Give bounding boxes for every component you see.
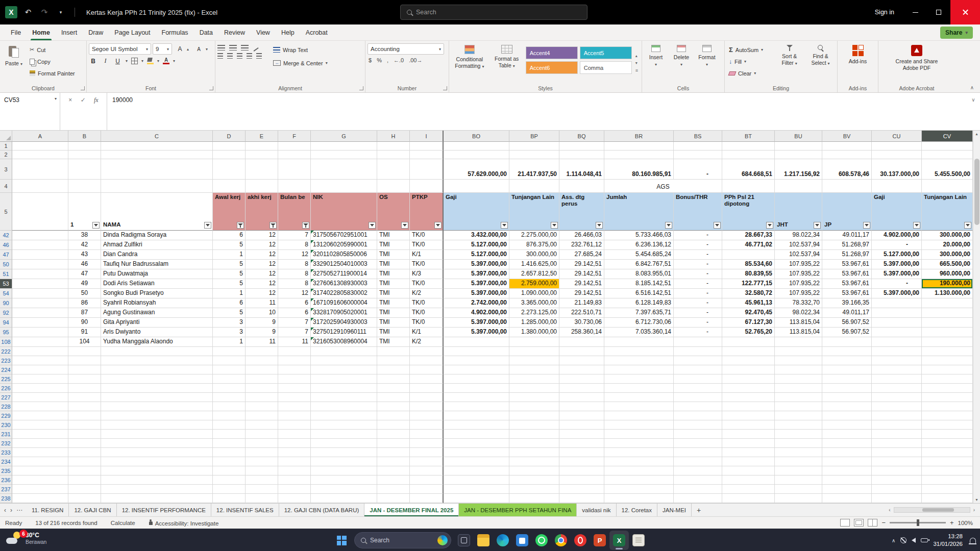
cell-B223[interactable] [68,356,101,365]
cell-BQ4[interactable] [559,180,604,193]
cell-I2[interactable] [410,151,444,159]
cell-BR232[interactable] [604,439,674,448]
bold-button[interactable]: B [89,58,97,65]
cell-B229[interactable] [68,411,101,420]
cell-CV231[interactable] [922,430,973,439]
cell-D222[interactable] [213,347,246,356]
cell-BS90[interactable]: - [674,298,722,308]
cell-E229[interactable] [246,411,278,420]
row-header-222[interactable]: 222 [0,347,12,356]
select-all-corner[interactable] [0,131,12,142]
cell-BU234[interactable] [775,457,822,466]
cell-F234[interactable] [278,457,311,466]
cell-G225[interactable] [311,374,377,384]
cell-BQ230[interactable] [559,420,604,430]
cell-BS95[interactable]: - [674,328,722,337]
app-icon-excel[interactable] [609,531,629,550]
col-header-CV[interactable]: CV [922,131,973,142]
app-icon-taskview[interactable] [454,531,474,550]
scroll-up-arrow[interactable]: ▲ [975,131,978,137]
cell-BQ46[interactable]: 232.761,12 [559,240,604,250]
delete-cells-button[interactable]: Delete▾ [670,43,693,83]
cell-G50[interactable]: 3329012504010003 [311,260,377,269]
filter-button-BP[interactable] [551,222,558,229]
cell-F222[interactable] [278,347,311,356]
cell-C229[interactable] [101,411,213,420]
cell-CU42[interactable]: 4.902.000,00 [872,231,922,240]
cell-BP46[interactable]: 876.375,00 [509,240,559,250]
row-header-223[interactable]: 223 [0,356,12,365]
cell-C225[interactable] [101,374,213,384]
cell-I236[interactable] [410,475,444,485]
cell-A42[interactable] [12,231,68,240]
cell-BQ224[interactable] [559,365,604,374]
cell-CU1[interactable] [872,142,922,151]
cell-BV231[interactable] [822,430,872,439]
cell-D232[interactable] [213,439,246,448]
cell-BT47[interactable] [722,250,775,260]
cell-CU4[interactable] [872,180,922,193]
cell-BV50[interactable]: 53.967,61 [822,260,872,269]
cell-C226[interactable] [101,384,213,393]
cell-CV2[interactable] [922,151,973,159]
cell-BQ228[interactable] [559,402,604,411]
cell-I235[interactable] [410,466,444,475]
cell-H95[interactable]: TMI [377,328,410,337]
cell-CU108[interactable] [872,337,922,347]
cell-A227[interactable] [12,393,68,402]
cell-F47[interactable]: 12 [278,250,311,260]
cell-CV42[interactable]: 300.000,00 [922,231,973,240]
cell-BU46[interactable]: 102.537,94 [775,240,822,250]
cell-F236[interactable] [278,475,311,485]
row-header-3[interactable]: 3 [0,159,12,180]
row-header-233[interactable]: 233 [0,448,12,457]
weather-widget[interactable]: 30°C Berawan 6 [6,531,46,545]
cell-BO223[interactable] [444,356,509,365]
cell-F108[interactable]: 11 [278,337,311,347]
cell-B2[interactable] [68,151,101,159]
cell-G108[interactable]: 3216053008960004 [311,337,377,347]
cell-E4[interactable] [246,180,278,193]
cell-C233[interactable] [101,448,213,457]
cell-G223[interactable] [311,356,377,365]
autosum-button[interactable]: ΣAutoSum▾ [727,44,773,55]
cell-A231[interactable] [12,430,68,439]
cell-BU1[interactable] [775,142,822,151]
cell-CV226[interactable] [922,384,973,393]
cell-I225[interactable] [410,374,444,384]
cell-F1[interactable] [278,142,311,151]
cell-BS50[interactable]: - [674,260,722,269]
cell-BO54[interactable]: 5.397.000,00 [444,289,509,298]
cell-BP51[interactable]: 2.657.812,50 [509,269,559,279]
sheet-tab-jan-desember-pph-setahun-fina[interactable]: JAN - DESEMBER PPH SETAHUN FINA [459,504,577,516]
cell-CU237[interactable] [872,485,922,494]
notification-bell-icon[interactable] [970,538,976,543]
row-header-234[interactable]: 234 [0,457,12,466]
cell-BT90[interactable]: 45.961,13 [722,298,775,308]
cell-BU95[interactable]: 113.815,04 [775,328,822,337]
cell-BQ225[interactable] [559,374,604,384]
cell-C224[interactable] [101,365,213,374]
status-calculate[interactable]: Calculate [111,520,135,526]
cell-B233[interactable] [68,448,101,457]
cell-BO227[interactable] [444,393,509,402]
cell-G42[interactable]: 3175056702951001 [311,231,377,240]
cell-D233[interactable] [213,448,246,457]
cell-BS108[interactable] [674,337,722,347]
underline-button[interactable]: U [113,58,122,65]
cell-F231[interactable] [278,430,311,439]
cell-F238[interactable] [278,494,311,503]
cell-BP234[interactable] [509,457,559,466]
cell-BP223[interactable] [509,356,559,365]
cell-B108[interactable]: 104 [68,337,101,347]
enter-formula-button[interactable]: ✓ [81,96,86,104]
cell-D108[interactable]: 1 [213,337,246,347]
cell-E236[interactable] [246,475,278,485]
cell-A54[interactable] [12,289,68,298]
cell-G1[interactable] [311,142,377,151]
cell-G232[interactable] [311,439,377,448]
row-header-230[interactable]: 230 [0,420,12,430]
cell-D47[interactable]: 1 [213,250,246,260]
cell-BQ226[interactable] [559,384,604,393]
cell-H108[interactable]: TMI [377,337,410,347]
